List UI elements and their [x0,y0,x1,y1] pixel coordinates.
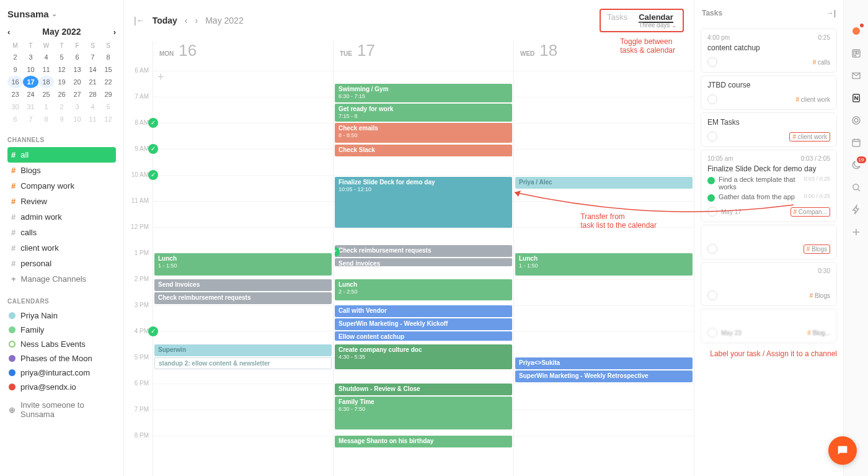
task-card[interactable]: # Blogs [701,225,837,259]
channel-Company-work[interactable]: #Company work [7,178,116,194]
calendars-header: CALENDARS [7,298,116,305]
mini-calendar[interactable]: MTWTFSS 23456789101112131415161718192021… [7,40,116,125]
rail-trello-icon[interactable] [850,47,862,60]
check-icon: ✓ [148,118,158,128]
today-button[interactable]: Today [153,16,177,25]
rail-app-icon[interactable] [850,25,862,37]
calendar-event[interactable]: Swimming / Gym6:30 - 7:15 [335,84,512,102]
calendar-event[interactable]: Message Shanto on his birthday [335,436,512,447]
calendar-item[interactable]: Phases of the Moon [7,351,116,366]
task-complete-toggle[interactable] [707,244,717,254]
channel-client-work[interactable]: #client work [7,240,116,256]
calendar-event[interactable]: Priya / Alec [515,177,693,189]
calendar-event[interactable]: Lunch2 - 2:50 [335,279,512,300]
prev-day[interactable]: ‹ [185,16,188,25]
rail-plus-icon[interactable] [850,226,862,238]
expand-panel-icon[interactable]: →| [826,9,836,17]
hash-icon: # [11,166,16,175]
task-card[interactable]: JTBD course# client work [701,75,837,110]
minical-prev[interactable]: ‹ [7,27,10,37]
manage-channels[interactable]: +Manage Channels [7,271,116,287]
calendar-event[interactable]: Ellow content catchup [335,331,512,341]
task-complete-toggle[interactable] [707,207,717,217]
channel-calls[interactable]: #calls [7,225,116,240]
tab-tasks[interactable]: Tasks [607,12,627,29]
rail-bolt-icon[interactable] [850,204,862,216]
task-card[interactable]: 0:30 # Blogs [701,262,837,306]
calendar-event[interactable]: Send Invoices [154,279,332,291]
calendar-event[interactable]: Send invoices [335,258,512,266]
calendar-event[interactable]: Call with Vendor [335,305,512,317]
task-tag[interactable]: # client work [795,96,830,103]
task-complete-toggle[interactable] [707,328,717,338]
task-card[interactable]: 4:00 pm0:25content catchup# calls [701,29,837,73]
hash-icon: # [11,243,16,253]
task-tag[interactable]: # client work [789,132,830,141]
calendar-event[interactable]: Superwin [154,344,332,356]
calendar-event[interactable]: Shutdown - Review & Close [335,384,512,395]
calendar-dot-icon [9,369,16,376]
calendar-event[interactable]: Check reimbursement requests [154,292,332,304]
calendar-grid: + MON16Lunch1 - 1:50Send InvoicesCheck r… [153,41,694,476]
task-tag[interactable]: # Blog... [807,330,830,336]
calendar-item[interactable]: Priya Nain [7,308,116,323]
rail-moon-icon[interactable]: 19 [850,159,862,171]
calendar-event[interactable]: Check Slack [335,145,512,156]
calendar-item[interactable]: priva@sendx.io [7,380,116,394]
next-day[interactable]: › [195,16,198,25]
calendar-dot-icon [9,312,16,319]
calendar-event[interactable]: Family Time6:30 - 7:50 [335,397,512,429]
calendar-event[interactable]: Get ready for work7:15 - 8 [335,104,512,122]
check-icon: ✓ [148,170,158,180]
tab-calendar-wrap[interactable]: Calendar Three days ⌄ [639,12,676,29]
minical-nav: ‹ May 2022 › [7,27,116,37]
calendar-event[interactable]: Check emails8 - 8:50 [335,123,512,143]
rail-target-icon[interactable] [850,114,862,127]
task-complete-toggle[interactable] [707,132,717,141]
svg-rect-7 [852,140,860,146]
calendar-event[interactable]: Lunch1 - 1:50 [154,253,332,276]
rail-calendar-icon[interactable] [850,137,862,149]
minical-next[interactable]: › [113,27,116,37]
task-complete-toggle[interactable] [707,94,717,104]
task-card[interactable]: 10:05 am0:03 / 2:05Finalize Slide Deck f… [701,150,837,222]
calendar-event[interactable]: Lunch1 - 1:50 [515,253,693,276]
calendar-event[interactable]: Create company culture doc4:30 - 5:35 [335,344,512,369]
topbar: |← Today ‹ › May 2022 Tasks Calendar Thr… [124,0,694,41]
calendar-event[interactable]: SuperWin Marketing - Weekly Retrospectiv… [515,370,693,382]
task-tag[interactable]: # calls [813,59,830,66]
calendar-event[interactable]: ✓Check reimbursement requests [335,245,512,257]
task-complete-toggle[interactable] [707,57,717,67]
calendar-item[interactable]: Ness Labs Events [7,337,116,351]
hash-icon: # [11,197,16,206]
calendar-event[interactable]: SuperWin Marketing - Weekly Kickoff [335,318,512,330]
calendar-event[interactable]: standup 2: ellow content & newsletter [154,357,332,369]
svg-point-6 [854,119,858,122]
chat-bubble-button[interactable] [828,436,857,465]
collapse-sidebar-icon[interactable]: |← [134,16,145,25]
calendar-event[interactable]: Finalize Slide Deck for demo day10:05 - … [335,177,512,228]
channel-all[interactable]: #all [7,147,116,163]
task-tag[interactable]: # Blogs [810,292,830,299]
user-plus-icon: ⊕ [9,405,16,415]
channel-personal[interactable]: #personal [7,256,116,271]
brand-menu[interactable]: Sunsama ⌄ [7,9,116,19]
channel-admin-work[interactable]: #admin work [7,209,116,225]
channel-Review[interactable]: #Review [7,194,116,209]
calendar-item[interactable]: priya@inturact.com [7,366,116,380]
rail-gmail-icon[interactable] [850,70,862,82]
tasks-panel: Tasks →| 4:00 pm0:25content catchup# cal… [694,0,843,476]
invite-link[interactable]: ⊕ Invite someone to Sunsama [7,398,116,421]
rail-notion-icon[interactable] [850,92,862,104]
task-tag[interactable]: # Blogs [804,245,830,254]
task-card[interactable]: EM Tasks# client work [701,112,837,147]
calendar-event[interactable]: Priya<>Sukita [515,357,693,369]
rail-search-icon[interactable] [850,181,862,194]
task-tag[interactable]: # Compan... [790,207,830,217]
tasks-panel-header: Tasks →| [694,0,843,26]
left-sidebar: Sunsama ⌄ ‹ May 2022 › MTWTFSS 234567891… [0,0,124,476]
task-complete-toggle[interactable] [707,290,717,300]
calendar-item[interactable]: Family [7,323,116,337]
task-card[interactable]: May 23# Blog... [701,308,837,343]
channel-Blogs[interactable]: #Blogs [7,163,116,178]
